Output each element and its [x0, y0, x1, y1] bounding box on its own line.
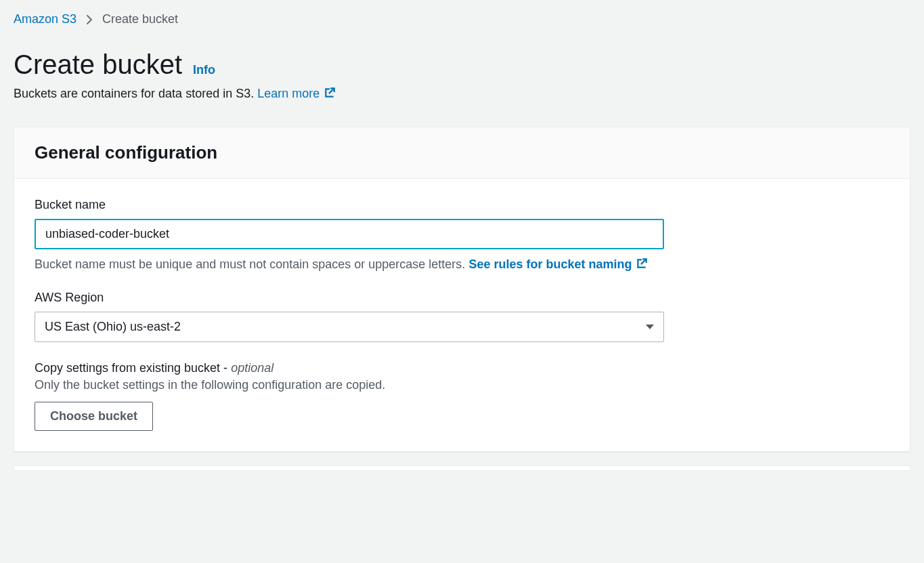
bucket-name-label: Bucket name — [35, 198, 889, 212]
region-label: AWS Region — [35, 291, 889, 305]
copy-settings-help: Only the bucket settings in the followin… — [35, 378, 889, 392]
region-select[interactable]: US East (Ohio) us-east-2 — [35, 312, 664, 342]
region-group: AWS Region US East (Ohio) us-east-2 — [35, 291, 889, 342]
learn-more-text: Learn more — [257, 87, 320, 100]
info-link[interactable]: Info — [193, 63, 215, 77]
breadcrumb: Amazon S3 Create bucket — [0, 0, 924, 29]
bucket-name-help: Bucket name must be unique and must not … — [35, 257, 889, 272]
page-title-row: Create bucket Info — [14, 49, 910, 80]
general-configuration-panel: General configuration Bucket name Bucket… — [14, 127, 910, 452]
copy-settings-optional: optional — [231, 361, 273, 375]
learn-more-link[interactable]: Learn more — [257, 87, 336, 100]
external-link-icon — [636, 257, 648, 270]
choose-bucket-button[interactable]: Choose bucket — [35, 402, 153, 431]
copy-settings-label-text: Copy settings from existing bucket - — [35, 361, 231, 375]
bucket-name-help-text: Bucket name must be unique and must not … — [35, 257, 468, 271]
page-description: Buckets are containers for data stored i… — [14, 87, 910, 101]
page-header: Create bucket Info Buckets are container… — [0, 29, 924, 108]
panel-title: General configuration — [35, 142, 889, 163]
bucket-name-group: Bucket name Bucket name must be unique a… — [35, 198, 889, 272]
panel-body: Bucket name Bucket name must be unique a… — [14, 179, 910, 451]
page-title: Create bucket — [14, 49, 182, 80]
breadcrumb-current: Create bucket — [102, 12, 178, 26]
bucket-naming-rules-text: See rules for bucket naming — [468, 257, 632, 271]
next-panel-stub — [14, 465, 910, 471]
page-description-text: Buckets are containers for data stored i… — [14, 87, 257, 100]
chevron-right-icon — [86, 14, 93, 25]
panel-header: General configuration — [14, 127, 910, 179]
region-select-wrap: US East (Ohio) us-east-2 — [35, 312, 664, 342]
external-link-icon — [324, 87, 336, 99]
region-select-value: US East (Ohio) us-east-2 — [45, 320, 181, 334]
bucket-naming-rules-link[interactable]: See rules for bucket naming — [468, 257, 648, 271]
breadcrumb-root-link[interactable]: Amazon S3 — [14, 12, 76, 26]
copy-settings-group: Copy settings from existing bucket - opt… — [35, 361, 889, 431]
copy-settings-label: Copy settings from existing bucket - opt… — [35, 361, 889, 375]
bucket-name-input[interactable] — [35, 219, 664, 249]
